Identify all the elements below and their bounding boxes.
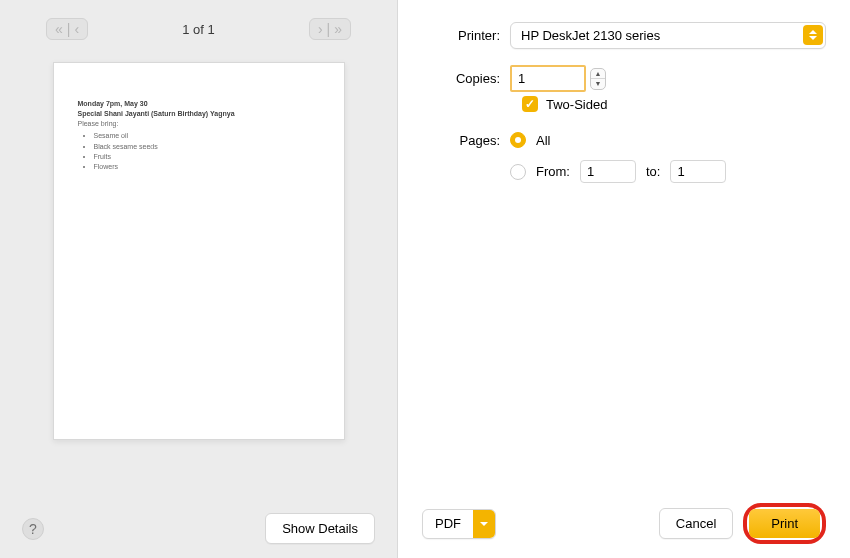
left-footer: ? Show Details: [18, 507, 379, 544]
print-button[interactable]: Print: [749, 509, 820, 538]
two-sided-row: ✓ Two-Sided: [522, 96, 826, 112]
next-page-group[interactable]: › | »: [309, 18, 351, 40]
stepper-up-icon: ▲: [591, 69, 605, 79]
doc-list: Sesame oil Black sesame seeds Fruits Flo…: [78, 131, 320, 172]
printer-select-value: HP DeskJet 2130 series: [510, 22, 826, 49]
pages-all-label: All: [536, 133, 550, 148]
document-preview: Monday 7pm, May 30 Special Shani Jayanti…: [53, 62, 345, 440]
print-dialog: « | ‹ 1 of 1 › | » Monday 7pm, May 30 Sp…: [0, 0, 850, 558]
page-indicator: 1 of 1: [182, 22, 215, 37]
two-sided-checkbox[interactable]: ✓: [522, 96, 538, 112]
printer-label: Printer:: [422, 28, 510, 43]
pages-from-label: From:: [536, 164, 570, 179]
doc-line-3: Please bring:: [78, 119, 320, 129]
options-pane: Printer: HP DeskJet 2130 series Copies: …: [398, 0, 850, 558]
pages-options: All From: to:: [510, 132, 726, 183]
copies-label: Copies:: [422, 71, 510, 86]
copies-input[interactable]: [510, 65, 586, 92]
pages-all-option[interactable]: All: [510, 132, 726, 148]
printer-select[interactable]: HP DeskJet 2130 series: [510, 22, 826, 49]
pages-to-label: to:: [646, 164, 660, 179]
two-sided-label: Two-Sided: [546, 97, 607, 112]
print-button-highlight: Print: [743, 503, 826, 544]
doc-list-item: Fruits: [94, 152, 320, 162]
pages-label: Pages:: [422, 132, 510, 148]
right-footer: PDF Cancel Print: [422, 493, 826, 544]
doc-list-item: Flowers: [94, 162, 320, 172]
pages-to-input[interactable]: [670, 160, 726, 183]
nav-separator: |: [323, 22, 335, 36]
preview-pane: « | ‹ 1 of 1 › | » Monday 7pm, May 30 Sp…: [0, 0, 398, 558]
form-area: Printer: HP DeskJet 2130 series Copies: …: [422, 22, 826, 493]
copies-stepper[interactable]: ▲ ▼: [590, 68, 606, 90]
help-button[interactable]: ?: [22, 518, 44, 540]
doc-line-2: Special Shani Jayanti (Saturn Birthday) …: [78, 109, 320, 119]
pages-range-option[interactable]: From: to:: [510, 160, 726, 183]
radio-icon: [510, 132, 526, 148]
preview-wrap: Monday 7pm, May 30 Special Shani Jayanti…: [18, 62, 379, 507]
last-page-icon: »: [334, 22, 342, 36]
doc-line-1: Monday 7pm, May 30: [78, 99, 320, 109]
pdf-menu-button[interactable]: PDF: [422, 509, 496, 539]
pages-row: Pages: All From: to:: [422, 132, 826, 183]
pages-from-input[interactable]: [580, 160, 636, 183]
printer-row: Printer: HP DeskJet 2130 series: [422, 22, 826, 49]
prev-page-icon: ‹: [74, 22, 79, 36]
cancel-button[interactable]: Cancel: [659, 508, 733, 539]
stepper-down-icon: ▼: [591, 79, 605, 89]
preview-nav-bar: « | ‹ 1 of 1 › | »: [18, 18, 379, 40]
nav-separator: |: [63, 22, 75, 36]
doc-list-item: Sesame oil: [94, 131, 320, 141]
first-page-icon: «: [55, 22, 63, 36]
copies-row: Copies: ▲ ▼: [422, 65, 826, 92]
dropdown-caret-icon: [803, 25, 823, 45]
show-details-button[interactable]: Show Details: [265, 513, 375, 544]
pdf-label: PDF: [423, 510, 473, 537]
prev-page-group[interactable]: « | ‹: [46, 18, 88, 40]
chevron-down-icon: [473, 510, 495, 538]
doc-list-item: Black sesame seeds: [94, 142, 320, 152]
radio-icon: [510, 164, 526, 180]
